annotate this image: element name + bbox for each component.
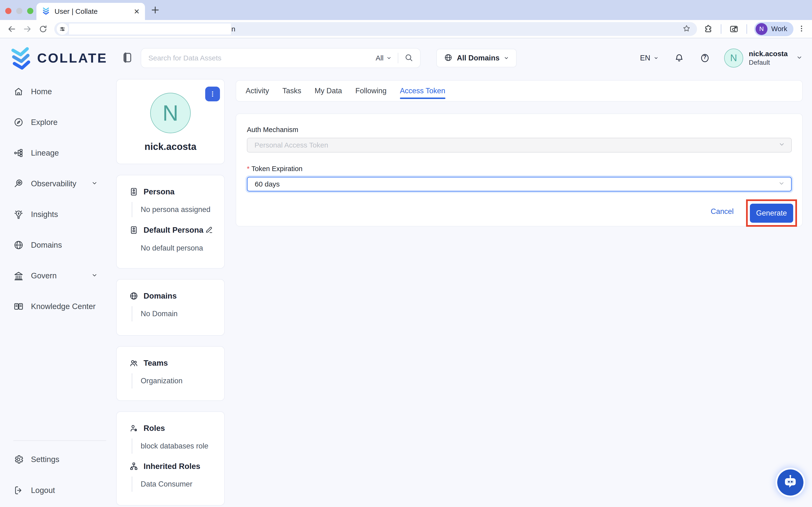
default-persona-value: No default persona — [132, 240, 215, 256]
search-divider — [398, 53, 398, 63]
close-window-button[interactable] — [5, 8, 11, 14]
sidebar-item-knowledge-center[interactable]: Knowledge Center — [0, 297, 109, 316]
all-domains-dropdown[interactable]: All Domains — [436, 49, 517, 67]
bookmark-star-icon[interactable] — [682, 24, 691, 34]
auth-mechanism-label: Auth Mechanism — [247, 126, 792, 134]
url-redaction-box — [69, 23, 231, 35]
chevron-down-icon — [91, 272, 98, 279]
browser-tab[interactable]: User | Collate ✕ — [37, 3, 145, 20]
hierarchy-icon — [129, 462, 138, 471]
sidebar-bottom: Settings Logout — [0, 440, 109, 507]
sidebar-item-govern[interactable]: Govern — [0, 266, 109, 285]
sidebar-item-explore[interactable]: Explore — [0, 113, 109, 132]
sidebar-item-settings[interactable]: Settings — [0, 450, 109, 469]
extensions-icon[interactable] — [700, 24, 716, 34]
search-scope-dropdown[interactable]: All — [376, 54, 392, 62]
required-asterisk: * — [247, 165, 250, 172]
user-menu[interactable]: nick.acosta Default — [749, 49, 788, 67]
user-avatar[interactable]: N — [724, 49, 743, 68]
sidebar-item-observability[interactable]: Observability — [0, 174, 109, 193]
persona-value: No persona assigned — [132, 202, 215, 217]
observability-icon — [13, 178, 24, 189]
page-body: Home Explore Lineage Observability Insig… — [0, 77, 812, 507]
chevron-down-icon — [504, 55, 509, 61]
window-controls — [5, 8, 33, 14]
site-settings-icon[interactable] — [57, 23, 68, 35]
browser-menu-icon[interactable] — [797, 24, 806, 34]
tab-following[interactable]: Following — [355, 81, 387, 101]
tab-my-data[interactable]: My Data — [314, 81, 342, 101]
chatbot-button[interactable] — [777, 469, 803, 496]
back-icon[interactable] — [4, 24, 19, 34]
sidebar-item-insights[interactable]: Insights — [0, 205, 109, 224]
roles-value: block databases role — [132, 439, 215, 454]
roles-icon — [129, 424, 138, 433]
inherited-roles-title: Inherited Roles — [144, 462, 200, 471]
help-icon[interactable]: ? — [700, 53, 710, 63]
header-right-cluster: EN ? N nick.acosta Default — [640, 49, 803, 68]
chevron-down-icon[interactable] — [796, 54, 803, 62]
search-icon[interactable] — [404, 53, 413, 63]
user-profile-column: N nick.acosta Persona No persona assigne… — [116, 79, 225, 507]
new-tab-button[interactable] — [150, 5, 160, 16]
tab-access-token[interactable]: Access Token — [400, 81, 445, 101]
teams-value[interactable]: Organization — [132, 373, 215, 389]
browser-profile-chip[interactable]: N Work — [754, 22, 794, 36]
domains-title: Domains — [144, 291, 176, 300]
access-token-form: Auth Mechanism Personal Access Token *To… — [236, 113, 803, 226]
tab-close-icon[interactable]: ✕ — [134, 7, 140, 16]
url-text: n — [232, 25, 236, 33]
reload-icon[interactable] — [35, 24, 51, 34]
cancel-button[interactable]: Cancel — [711, 207, 734, 216]
sidebar-toggle-icon[interactable] — [122, 52, 132, 64]
zoom-window-button[interactable] — [27, 8, 33, 14]
collate-logo-icon — [9, 44, 32, 72]
collate-favicon-icon — [42, 7, 50, 16]
chevron-down-icon — [654, 56, 658, 60]
action-highlight-box: Generate — [746, 200, 797, 227]
auth-mechanism-select[interactable]: Personal Access Token — [247, 138, 792, 153]
sidebar-item-domains[interactable]: Domains — [0, 235, 109, 255]
persona-card: Persona No persona assigned Default Pers… — [116, 175, 225, 269]
teams-title: Teams — [144, 358, 168, 368]
generate-button[interactable]: Generate — [750, 204, 793, 223]
global-search-input[interactable]: Search for Data Assets All — [141, 48, 421, 68]
identity-card: N nick.acosta — [116, 79, 225, 164]
profile-user-name: nick.acosta — [117, 141, 224, 152]
forward-icon[interactable] — [19, 24, 35, 34]
profile-tabs: Activity Tasks My Data Following Access … — [236, 80, 803, 102]
browser-tabstrip: User | Collate ✕ — [0, 0, 812, 20]
toolbar-divider — [747, 24, 747, 34]
chevron-down-icon — [778, 180, 785, 188]
search-placeholder: Search for Data Assets — [148, 54, 376, 62]
edit-pencil-icon[interactable] — [205, 225, 213, 235]
sidebar-item-lineage[interactable]: Lineage — [0, 144, 109, 163]
brand-wordmark: COLLATE — [37, 50, 107, 66]
toolbar-divider — [721, 24, 721, 34]
sidebar-item-logout[interactable]: Logout — [0, 481, 109, 500]
avatar: N — [150, 93, 191, 133]
token-expiration-select[interactable]: 60 days — [247, 177, 792, 191]
minimize-window-button[interactable] — [16, 8, 22, 14]
screen: User | Collate ✕ n — [0, 0, 812, 507]
open-book-icon — [13, 301, 24, 312]
chevron-down-icon — [91, 180, 98, 187]
home-icon — [13, 87, 24, 97]
profile-actions-button[interactable] — [205, 87, 220, 101]
sidebar-item-home[interactable]: Home — [0, 82, 109, 101]
token-expiration-label: *Token Expiration — [247, 165, 792, 173]
tab-activity[interactable]: Activity — [246, 81, 269, 101]
tab-search-icon[interactable] — [726, 24, 742, 34]
address-bar[interactable]: n — [54, 22, 697, 36]
language-selector[interactable]: EN — [640, 54, 658, 62]
tab-tasks[interactable]: Tasks — [282, 81, 301, 101]
notifications-bell-icon[interactable] — [674, 53, 684, 63]
persona-card-icon — [129, 226, 138, 235]
app-header: COLLATE Search for Data Assets All All D… — [0, 38, 812, 77]
user-persona: Default — [749, 58, 788, 67]
gear-icon — [13, 454, 24, 465]
chevron-down-icon — [386, 55, 392, 61]
teams-icon — [129, 358, 138, 368]
profile-name: Work — [771, 25, 787, 33]
logout-icon — [13, 485, 24, 496]
